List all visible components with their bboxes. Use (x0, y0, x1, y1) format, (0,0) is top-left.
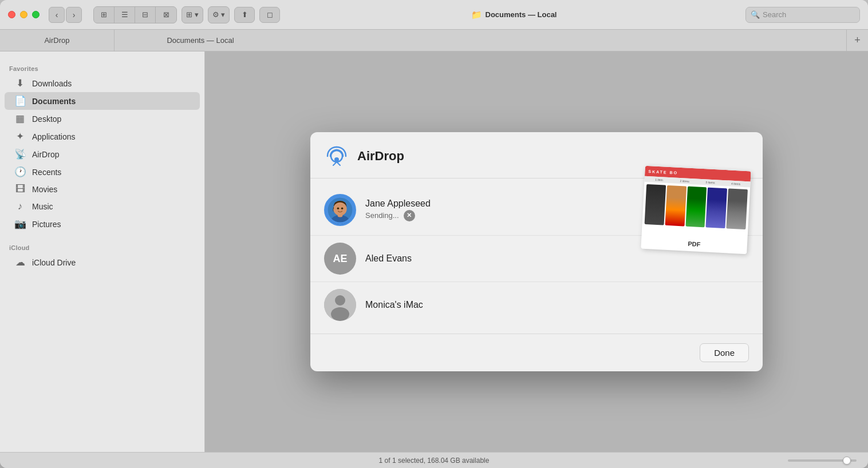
sidebar-item-movies[interactable]: 🎞 Movies (5, 181, 200, 198)
pdf-boards (642, 181, 750, 232)
col2: 2 items (672, 179, 697, 183)
title-folder-icon: 📁 (471, 10, 482, 20)
add-tab-icon: + (854, 34, 861, 46)
jane-status-row: Sending... ✕ (365, 210, 431, 221)
status-bar: 1 of 1 selected, 168.04 GB available (0, 452, 868, 468)
sidebar: Favorites ⬇ Downloads 📄 Documents ▦ Desk… (0, 51, 205, 452)
aled-name: Aled Evans (365, 253, 412, 264)
aled-initials: AE (333, 253, 347, 265)
icon-grid-icon: ⊞ (101, 10, 107, 19)
slider-thumb[interactable] (843, 457, 851, 465)
sidebar-label-pictures: Pictures (32, 220, 61, 229)
sidebar-item-airdrop[interactable]: 📡 AirDrop (5, 145, 200, 163)
recipient-info-monica: Monica's iMac (365, 300, 423, 310)
col4: 4 items (724, 181, 748, 185)
sidebar-item-applications[interactable]: ✦ Applications (5, 128, 200, 145)
tab-airdrop-label: AirDrop (44, 36, 69, 45)
sidebar-item-downloads[interactable]: ⬇ Downloads (5, 74, 200, 92)
sidebar-label-movies: Movies (32, 185, 57, 194)
sidebar-item-icloud-drive[interactable]: ☁ iCloud Drive (5, 253, 200, 271)
zoom-slider-container (788, 459, 857, 462)
airdrop-dialog-icon (324, 144, 349, 169)
airdrop-dialog: AirDrop (310, 132, 763, 371)
dialog-body: Jane Appleseed Sending... ✕ (310, 179, 763, 334)
tag-icon: ◻ (267, 10, 273, 19)
tab-airdrop[interactable]: AirDrop (0, 30, 115, 51)
columns-icon: ⊟ (142, 10, 148, 19)
col3: 3 items (698, 180, 723, 184)
board-3 (685, 186, 707, 227)
board-1 (645, 184, 666, 225)
view-group: ⊞ ☰ ⊟ ⊠ (93, 6, 177, 23)
svg-line-3 (337, 162, 340, 165)
content-area: AirDrop (205, 51, 868, 452)
done-button[interactable]: Done (700, 343, 749, 362)
search-icon: 🔍 (751, 10, 760, 19)
window-title-area: 📁 Documents — Local (282, 10, 745, 20)
downloads-icon: ⬇ (14, 77, 26, 89)
svg-line-2 (333, 162, 337, 165)
action-button[interactable]: ⚙ ▾ (208, 7, 229, 23)
svg-point-8 (337, 207, 340, 209)
sidebar-item-music[interactable]: ♪ Music (5, 198, 200, 215)
recipient-row-monica: Monica's iMac (310, 282, 763, 328)
search-placeholder: Search (763, 10, 786, 19)
title-bar: ‹ › ⊞ ☰ ⊟ ⊠ (0, 0, 868, 30)
list-view-button[interactable]: ☰ (115, 7, 135, 23)
share-icon: ⬆ (242, 10, 248, 19)
icon-view-button[interactable]: ⊞ (94, 7, 115, 23)
pdf-preview: SKATE BO 1 item 2 items 3 items 4 items (643, 168, 749, 251)
sidebar-label-icloud-drive: iCloud Drive (32, 258, 76, 267)
sidebar-label-documents: Documents (32, 97, 76, 106)
sidebar-label-applications: Applications (32, 132, 76, 141)
modal-overlay: AirDrop (205, 51, 868, 452)
board-5 (727, 188, 748, 229)
nav-buttons: ‹ › (49, 7, 82, 23)
gallery-view-button[interactable]: ⊠ (156, 7, 176, 23)
movies-icon: 🎞 (14, 184, 26, 195)
jane-name: Jane Appleseed (365, 199, 431, 209)
sidebar-label-desktop: Desktop (32, 114, 61, 124)
back-button[interactable]: ‹ (49, 7, 65, 23)
view-options-icon: ⊞ ▾ (186, 10, 199, 19)
board-2 (665, 185, 686, 226)
finder-window: ‹ › ⊞ ☰ ⊟ ⊠ (0, 0, 868, 468)
pdf-skatebo-text: SKATE BO (648, 169, 678, 174)
applications-icon: ✦ (14, 130, 26, 142)
tag-button[interactable]: ◻ (259, 7, 280, 23)
sidebar-item-documents[interactable]: 📄 Documents (5, 92, 200, 110)
sidebar-item-desktop[interactable]: ▦ Desktop (5, 110, 200, 128)
tab-documents[interactable]: Documents — Local (115, 30, 286, 51)
dialog-footer: Done (310, 334, 763, 371)
pdf-thumbnail: SKATE BO 1 item 2 items 3 items 4 items (641, 165, 751, 253)
forward-icon: › (73, 10, 76, 19)
zoom-slider[interactable] (788, 459, 857, 462)
close-button[interactable] (8, 11, 15, 18)
sidebar-item-pictures[interactable]: 📷 Pictures (5, 215, 200, 233)
view-options-button[interactable]: ⊞ ▾ (182, 7, 203, 23)
favorites-section-label: Favorites (0, 61, 204, 74)
minimize-button[interactable] (20, 11, 27, 18)
sidebar-item-recents[interactable]: 🕐 Recents (5, 163, 200, 181)
share-button[interactable]: ⬆ (234, 7, 255, 23)
sidebar-label-downloads: Downloads (32, 79, 72, 88)
col1: 1 item (647, 177, 672, 181)
window-title: Documents — Local (486, 10, 557, 19)
jane-photo (326, 194, 354, 226)
svg-point-13 (331, 307, 349, 321)
svg-point-7 (333, 202, 346, 215)
forward-button[interactable]: › (66, 7, 82, 23)
new-tab-button[interactable]: + (846, 30, 868, 51)
main-content: Favorites ⬇ Downloads 📄 Documents ▦ Desk… (0, 51, 868, 452)
avatar-jane (324, 194, 356, 226)
sidebar-label-airdrop: AirDrop (32, 150, 59, 159)
search-box[interactable]: 🔍 Search (745, 7, 860, 23)
maximize-button[interactable] (32, 11, 40, 18)
cancel-send-button[interactable]: ✕ (404, 210, 415, 221)
svg-point-12 (335, 295, 345, 306)
column-view-button[interactable]: ⊟ (135, 7, 156, 23)
airdrop-sidebar-icon: 📡 (14, 148, 26, 160)
monica-avatar-icon (324, 289, 356, 321)
pdf-label-text: PDF (685, 239, 703, 248)
documents-icon: 📄 (14, 95, 26, 107)
